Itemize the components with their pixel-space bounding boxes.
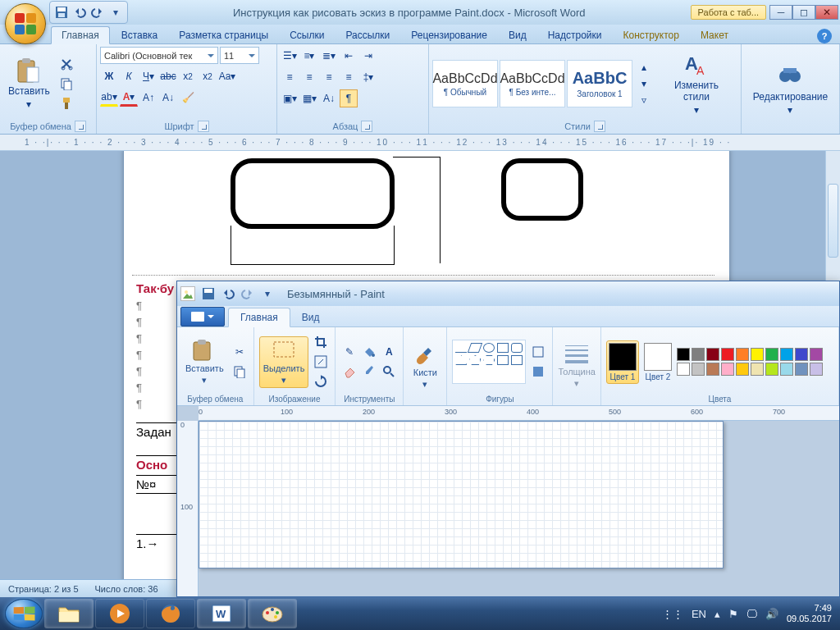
palette-swatch[interactable] bbox=[780, 348, 793, 361]
paint-crop-button[interactable] bbox=[312, 333, 330, 351]
color2-button[interactable]: Цвет 2 bbox=[642, 341, 673, 383]
language-indicator[interactable]: EN bbox=[692, 608, 706, 620]
paint-titlebar[interactable]: ▾ Безымянный - Paint bbox=[177, 281, 839, 306]
palette-swatch[interactable] bbox=[706, 363, 719, 376]
tab-layout[interactable]: Разметка страницы bbox=[169, 27, 278, 43]
indent-button[interactable]: ⇥ bbox=[359, 47, 377, 65]
shrink-font-button[interactable]: A↓ bbox=[159, 89, 177, 107]
highlight-button[interactable]: ab▾ bbox=[100, 89, 118, 107]
change-styles-button[interactable]: AA Изменить стили▾ bbox=[655, 50, 737, 117]
borders-button[interactable]: ▦▾ bbox=[300, 89, 318, 107]
tab-view[interactable]: Вид bbox=[499, 27, 536, 43]
subscript-button[interactable]: x2 bbox=[179, 67, 197, 85]
line-spacing-button[interactable]: ‡▾ bbox=[359, 68, 377, 86]
numbering-button[interactable]: ≡▾ bbox=[300, 47, 318, 65]
bullets-button[interactable]: ☰▾ bbox=[281, 47, 299, 65]
paint-resize-button[interactable] bbox=[312, 353, 330, 371]
align-left-button[interactable]: ≡ bbox=[281, 68, 299, 86]
paint-ruler-horizontal[interactable]: 0100200300400500600700 bbox=[199, 406, 839, 421]
cut-button[interactable] bbox=[57, 55, 75, 73]
picker-tool[interactable] bbox=[360, 363, 378, 381]
volume-icon[interactable]: 🔊 bbox=[765, 608, 778, 620]
palette-swatch[interactable] bbox=[751, 363, 764, 376]
palette-swatch[interactable] bbox=[795, 348, 808, 361]
network-icon[interactable]: 🖵 bbox=[746, 608, 757, 620]
paint-ruler-vertical[interactable]: 0100 bbox=[177, 421, 199, 596]
fill-tool[interactable] bbox=[360, 343, 378, 361]
format-painter-button[interactable] bbox=[57, 94, 75, 112]
paint-undo-icon[interactable] bbox=[220, 285, 236, 302]
change-case-button[interactable]: Aa▾ bbox=[218, 67, 236, 85]
tab-insert[interactable]: Вставка bbox=[112, 27, 168, 43]
copy-button[interactable] bbox=[57, 75, 75, 93]
style-heading1[interactable]: AaBbCЗаголовок 1 bbox=[567, 60, 632, 107]
shape-outline-button[interactable] bbox=[529, 343, 547, 361]
zoom-tool[interactable] bbox=[380, 363, 398, 381]
paint-rotate-button[interactable] bbox=[312, 372, 330, 390]
flag-icon[interactable]: ⚑ bbox=[728, 608, 738, 620]
taskbar-explorer[interactable] bbox=[44, 599, 94, 628]
paint-save-icon[interactable] bbox=[200, 285, 217, 302]
style-gallery[interactable]: AaBbCcDd¶ Обычный AaBbCcDd¶ Без инте... … bbox=[432, 60, 632, 107]
shape-fill-button[interactable] bbox=[529, 363, 547, 381]
paint-menu-button[interactable] bbox=[180, 307, 225, 326]
office-button[interactable] bbox=[5, 3, 46, 44]
context-tab-table[interactable]: Работа с таб... bbox=[691, 5, 766, 20]
text-tool[interactable]: A bbox=[380, 343, 398, 361]
tab-tablelayout[interactable]: Макет bbox=[691, 27, 738, 43]
eraser-tool[interactable] bbox=[340, 363, 358, 381]
gallery-up-icon[interactable]: ▴ bbox=[635, 60, 653, 75]
style-normal[interactable]: AaBbCcDd¶ Обычный bbox=[432, 60, 498, 107]
qat-dropdown-icon[interactable]: ▾ bbox=[109, 6, 122, 19]
palette-swatch[interactable] bbox=[795, 363, 808, 376]
tray-grip[interactable]: ⋮⋮ bbox=[662, 608, 683, 620]
paint-tab-view[interactable]: Вид bbox=[290, 308, 331, 326]
italic-button[interactable]: К bbox=[120, 67, 138, 85]
pencil-tool[interactable]: ✎ bbox=[340, 343, 358, 361]
dedent-button[interactable]: ⇤ bbox=[340, 47, 358, 65]
redo-icon[interactable] bbox=[91, 6, 104, 19]
gallery-more-icon[interactable]: ▿ bbox=[635, 93, 653, 107]
launcher-font[interactable] bbox=[198, 121, 209, 132]
style-nospacing[interactable]: AaBbCcDd¶ Без инте... bbox=[500, 60, 565, 107]
font-size-combo[interactable]: 11 bbox=[220, 47, 259, 64]
shape-gallery[interactable] bbox=[452, 340, 526, 384]
palette-swatch[interactable] bbox=[692, 363, 705, 376]
superscript-button[interactable]: x2 bbox=[199, 67, 217, 85]
align-center-button[interactable]: ≡ bbox=[300, 68, 318, 86]
status-words[interactable]: Число слов: 36 bbox=[95, 584, 158, 594]
launcher-paragraph[interactable] bbox=[361, 121, 372, 132]
gallery-down-icon[interactable]: ▾ bbox=[635, 76, 653, 91]
font-color-button[interactable]: A▾ bbox=[120, 89, 138, 107]
undo-icon[interactable] bbox=[73, 6, 86, 19]
shading-button[interactable]: ▣▾ bbox=[281, 89, 299, 107]
tab-references[interactable]: Ссылки bbox=[280, 27, 334, 43]
scroll-thumb[interactable] bbox=[828, 184, 838, 258]
status-page[interactable]: Страница: 2 из 5 bbox=[8, 584, 79, 594]
palette-swatch[interactable] bbox=[677, 348, 690, 361]
clear-format-button[interactable]: 🧹 bbox=[179, 89, 197, 107]
palette-swatch[interactable] bbox=[721, 363, 734, 376]
tab-mailings[interactable]: Рассылки bbox=[336, 27, 399, 43]
tab-home[interactable]: Главная bbox=[51, 26, 110, 44]
taskbar-paint[interactable] bbox=[248, 599, 297, 628]
palette-swatch[interactable] bbox=[780, 363, 793, 376]
grow-font-button[interactable]: A↑ bbox=[139, 89, 158, 107]
font-family-combo[interactable]: Calibri (Основной тек bbox=[100, 47, 218, 64]
tab-design[interactable]: Конструктор bbox=[614, 27, 689, 43]
multilevel-button[interactable]: ≣▾ bbox=[320, 47, 338, 65]
tab-addins[interactable]: Надстройки bbox=[538, 27, 612, 43]
paint-copy-button[interactable] bbox=[231, 363, 249, 381]
launcher-styles[interactable] bbox=[594, 121, 605, 132]
close-button[interactable]: ✕ bbox=[815, 5, 838, 20]
clock[interactable]: 7:49 09.05.2017 bbox=[787, 603, 832, 624]
paint-qat-dropdown[interactable]: ▾ bbox=[259, 285, 276, 302]
justify-button[interactable]: ≡ bbox=[340, 68, 358, 86]
palette-swatch[interactable] bbox=[692, 348, 705, 361]
palette-swatch[interactable] bbox=[706, 348, 719, 361]
paint-redo-icon[interactable] bbox=[240, 285, 256, 302]
palette-swatch[interactable] bbox=[765, 348, 778, 361]
palette-swatch[interactable] bbox=[810, 363, 823, 376]
sort-button[interactable]: A↓ bbox=[320, 89, 338, 107]
find-button[interactable]: Редактирование▾ bbox=[748, 62, 833, 117]
